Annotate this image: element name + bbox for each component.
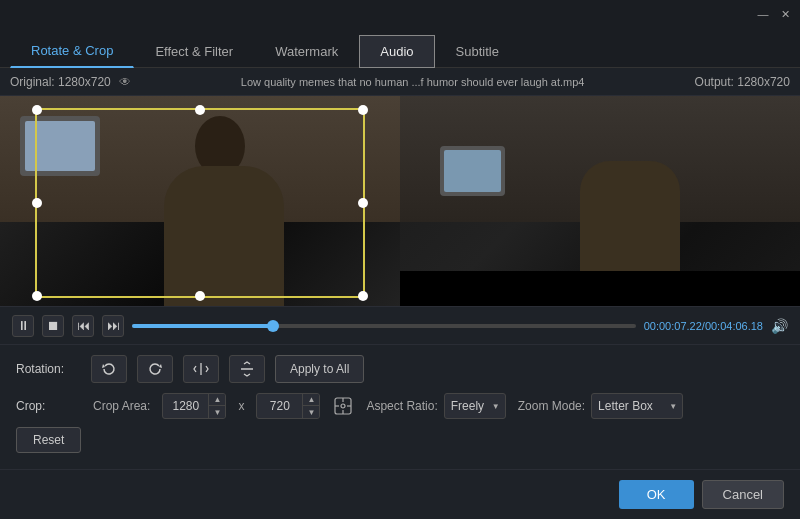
prev-button[interactable]: ⏮	[72, 315, 94, 337]
crop-height-input-group: ▲ ▼	[256, 393, 320, 419]
aspect-ratio-select-wrapper: Freely 16:9 4:3 1:1 9:16	[444, 393, 506, 419]
svg-point-5	[341, 404, 345, 408]
stop-button[interactable]: ⏹	[42, 315, 64, 337]
tab-watermark[interactable]: Watermark	[254, 35, 359, 68]
crop-width-down-button[interactable]: ▼	[209, 406, 225, 419]
tab-bar: Rotate & Crop Effect & Filter Watermark …	[0, 28, 800, 68]
filename-label: Low quality memes that no human ...f hum…	[241, 76, 585, 88]
original-size: Original: 1280x720	[10, 75, 111, 89]
crop-height-up-button[interactable]: ▲	[303, 393, 319, 406]
aspect-ratio-label: Aspect Ratio:	[366, 399, 437, 413]
minimize-button[interactable]: —	[756, 7, 770, 21]
crop-height-down-button[interactable]: ▼	[303, 406, 319, 419]
x-separator: x	[238, 399, 244, 413]
volume-icon[interactable]: 🔊	[771, 318, 788, 334]
rotate-cw-button[interactable]	[137, 355, 173, 383]
aspect-ratio-select[interactable]: Freely 16:9 4:3 1:1 9:16	[444, 393, 506, 419]
eye-icon[interactable]: 👁	[119, 75, 131, 89]
reset-button[interactable]: Reset	[16, 427, 81, 453]
total-time: 00:04:06.18	[705, 320, 763, 332]
time-display: 00:00:07.22/00:04:06.18	[644, 320, 763, 332]
playback-controls: ⏸ ⏹ ⏮ ⏭ 00:00:07.22/00:04:06.18 🔊	[0, 306, 800, 344]
crop-width-up-button[interactable]: ▲	[209, 393, 225, 406]
center-crop-icon[interactable]	[332, 395, 354, 417]
current-time: 00:00:07.22	[644, 320, 702, 332]
flip-v-button[interactable]	[229, 355, 265, 383]
edit-controls: Rotation: Apply to All	[0, 344, 800, 463]
crop-area-label: Crop Area:	[93, 399, 150, 413]
ok-button[interactable]: OK	[619, 480, 694, 509]
play-pause-button[interactable]: ⏸	[12, 315, 34, 337]
zoom-mode-group: Zoom Mode: Letter Box Pan & Scan Full	[518, 393, 683, 419]
output-size: Output: 1280x720	[695, 75, 790, 89]
info-bar: Original: 1280x720 👁 Low quality memes t…	[0, 68, 800, 96]
preview-right	[400, 96, 800, 306]
bottom-bar: OK Cancel	[0, 469, 800, 519]
preview-left	[0, 96, 400, 306]
progress-bar[interactable]	[132, 324, 636, 328]
crop-row: Crop: Crop Area: ▲ ▼ x ▲ ▼	[16, 393, 784, 419]
aspect-ratio-group: Aspect Ratio: Freely 16:9 4:3 1:1 9:16	[366, 393, 505, 419]
next-button[interactable]: ⏭	[102, 315, 124, 337]
tab-rotate-crop[interactable]: Rotate & Crop	[10, 34, 134, 68]
tab-subtitle[interactable]: Subtitle	[435, 35, 520, 68]
title-bar: — ✕	[0, 0, 800, 28]
progress-thumb[interactable]	[267, 320, 279, 332]
zoom-mode-label: Zoom Mode:	[518, 399, 585, 413]
flip-h-button[interactable]	[183, 355, 219, 383]
rotate-ccw-button[interactable]	[91, 355, 127, 383]
tab-effect-filter[interactable]: Effect & Filter	[134, 35, 254, 68]
video-frame-right	[400, 96, 800, 306]
crop-width-input[interactable]	[163, 399, 208, 413]
close-button[interactable]: ✕	[778, 7, 792, 21]
zoom-mode-select-wrapper: Letter Box Pan & Scan Full	[591, 393, 683, 419]
progress-fill	[132, 324, 273, 328]
rotation-label: Rotation:	[16, 362, 81, 376]
crop-width-input-group: ▲ ▼	[162, 393, 226, 419]
zoom-mode-select[interactable]: Letter Box Pan & Scan Full	[591, 393, 683, 419]
video-frame-left	[0, 96, 400, 306]
preview-area	[0, 96, 800, 306]
apply-to-all-button[interactable]: Apply to All	[275, 355, 364, 383]
crop-label: Crop:	[16, 399, 81, 413]
cancel-button[interactable]: Cancel	[702, 480, 784, 509]
rotation-row: Rotation: Apply to All	[16, 355, 784, 383]
tab-audio[interactable]: Audio	[359, 35, 434, 68]
crop-height-input[interactable]	[257, 399, 302, 413]
